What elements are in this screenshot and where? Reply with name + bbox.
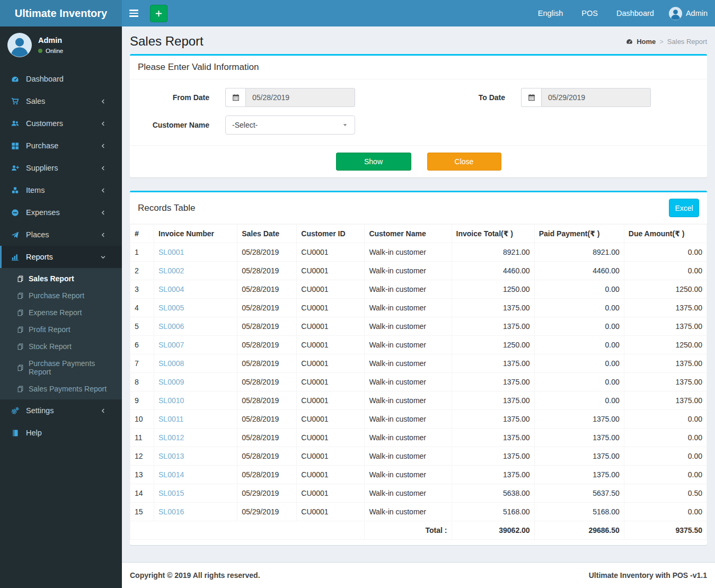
cell-due-amount: 0.00 [624,503,707,521]
invoice-link[interactable]: SL0002 [158,266,184,275]
calendar-icon[interactable] [225,88,245,107]
invoice-link[interactable]: SL0009 [158,378,184,386]
cell-customer-name: Walk-in customer [365,447,452,466]
cell-customer-name: Walk-in customer [365,410,452,429]
sidebar-subitem-label: Purchase Payments Report [29,359,114,376]
sidebar-item-label: Dashboard [26,75,114,83]
invoice-link[interactable]: SL0015 [158,489,184,497]
app-logo[interactable]: Ultimate Inventory [0,0,122,26]
breadcrumb-home[interactable]: Home [637,38,656,46]
table-row: 4SL000505/28/2019CU0001Walk-in customer1… [130,299,707,317]
cell-index: 6 [130,336,154,354]
invoice-link[interactable]: SL0008 [158,359,184,368]
cell-customer-name: Walk-in customer [365,484,452,503]
table-row: 10SL001105/28/2019CU0001Walk-in customer… [130,410,707,429]
sidebar-subitem-sales-payments-report[interactable]: Sales Payments Report [0,380,122,397]
cell-due-amount: 1375.00 [624,391,707,410]
chevron-left-icon [98,143,109,149]
add-button[interactable] [150,5,167,22]
cell-invoice-number: SL0011 [154,410,237,429]
sidebar-user-status[interactable]: Online [38,48,63,54]
gears-icon [10,407,21,415]
customer-name-select[interactable]: -Select- [225,115,355,135]
sidebar-item-places[interactable]: Places [0,224,122,246]
chevron-left-icon [98,210,109,216]
sidebar-item-dashboard[interactable]: Dashboard [0,68,122,90]
nav-language[interactable]: English [531,0,571,26]
sidebar-item-customers[interactable]: Customers [0,112,122,135]
cell-sales-date: 05/29/2019 [237,484,297,503]
bar-chart-icon [10,253,21,261]
sidebar-subitem-stock-report[interactable]: Stock Report [0,338,122,355]
table-row: 6SL000705/28/2019CU0001Walk-in customer1… [130,336,707,354]
online-status-dot [38,49,42,53]
invoice-link[interactable]: SL0005 [158,304,184,312]
sidebar-subitem-expense-report[interactable]: Expense Report [0,304,122,321]
cell-sales-date: 05/28/2019 [237,262,297,280]
chevron-down-icon [98,254,109,260]
sidebar-user-name: Admin [38,36,63,44]
sidebar-subitem-sales-report[interactable]: Sales Report [0,270,122,287]
cell-sales-date: 05/28/2019 [237,466,297,484]
nav-pos-label: POS [581,9,598,17]
sidebar-item-settings[interactable]: Settings [0,399,122,422]
cell-sales-date: 05/28/2019 [237,429,297,447]
invoice-link[interactable]: SL0004 [158,285,184,293]
nav-user[interactable]: Admin [661,0,715,26]
hamburger-menu-icon[interactable] [122,0,146,26]
excel-export-button[interactable]: Excel [669,199,699,217]
cell-due-amount: 0.00 [624,262,707,280]
close-button[interactable]: Close [427,153,501,171]
sidebar-item-items[interactable]: Items [0,179,122,201]
cell-invoice-number: SL0001 [154,243,237,262]
cell-sales-date: 05/28/2019 [237,243,297,262]
calendar-icon[interactable] [521,88,541,107]
from-date-input[interactable] [245,88,355,107]
invoice-link[interactable]: SL0010 [158,396,184,405]
book-icon [10,429,21,437]
show-button[interactable]: Show [336,153,411,171]
cell-sales-date: 05/28/2019 [237,410,297,429]
cell-index: 12 [130,447,154,466]
sidebar-item-reports[interactable]: Reports [0,246,122,268]
cell-invoice-total: 1375.00 [452,354,534,373]
invoice-link[interactable]: SL0007 [158,341,184,349]
sidebar-subitem-label: Profit Report [29,325,70,334]
invoice-link[interactable]: SL0013 [158,452,184,460]
sidebar-item-purchase[interactable]: Purchase [0,135,122,157]
sidebar-item-sales[interactable]: Sales [0,90,122,112]
invoice-link[interactable]: SL0001 [158,248,184,256]
cell-invoice-total: 8921.00 [452,243,534,262]
invoice-link[interactable]: SL0014 [158,470,184,479]
sidebar-subitem-profit-report[interactable]: Profit Report [0,321,122,338]
cell-invoice-total: 1375.00 [452,299,534,317]
cell-due-amount: 1375.00 [624,299,707,317]
cell-customer-id: CU0001 [297,503,365,521]
sidebar-item-expenses[interactable]: Expenses [0,201,122,224]
caret-down-icon [342,122,348,128]
cell-invoice-number: SL0010 [154,391,237,410]
sidebar-subitem-purchase-payments-report[interactable]: Purchase Payments Report [0,355,122,380]
sidebar-subitem-purchase-report[interactable]: Purchase Report [0,287,122,304]
sidebar-item-suppliers[interactable]: Suppliers [0,157,122,179]
cell-invoice-total: 1375.00 [452,466,534,484]
user-plus-icon [10,164,21,172]
cell-invoice-total: 1375.00 [452,373,534,391]
to-date-input[interactable] [541,88,651,107]
cell-due-amount: 1375.00 [624,354,707,373]
cell-index: 14 [130,484,154,503]
nav-dashboard[interactable]: Dashboard [605,0,661,26]
sidebar: Admin Online DashboardSalesCustomersPurc… [0,26,122,588]
invoice-link[interactable]: SL0016 [158,507,184,516]
files-icon [17,326,24,333]
invoice-link[interactable]: SL0006 [158,322,184,331]
invoice-link[interactable]: SL0011 [158,415,183,423]
invoice-link[interactable]: SL0012 [158,433,184,442]
cell-paid-payment: 0.00 [534,280,624,299]
cell-due-amount: 0.00 [624,410,707,429]
sidebar-item-help[interactable]: Help [0,422,122,444]
nav-pos[interactable]: POS [570,0,605,26]
cell-due-amount: 1250.00 [624,280,707,299]
cell-paid-payment: 5168.00 [534,503,624,521]
cell-customer-name: Walk-in customer [365,336,452,354]
